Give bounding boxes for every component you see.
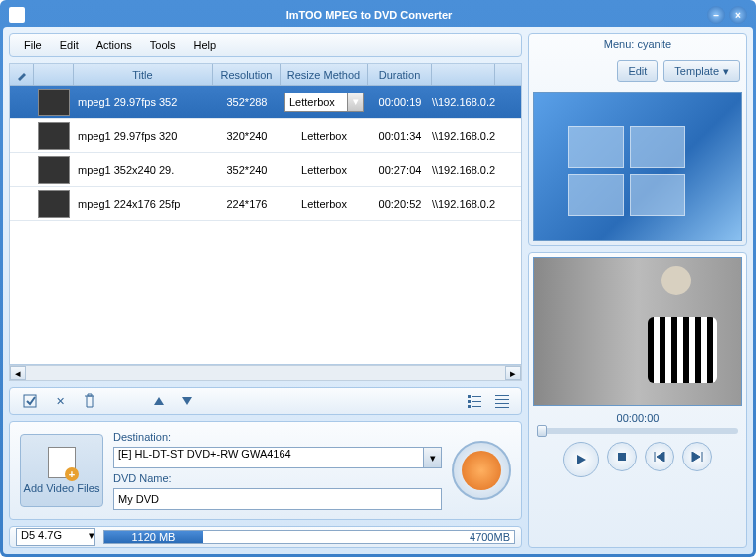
svg-rect-9: [495, 403, 509, 404]
app-title: ImTOO MPEG to DVD Converter: [31, 9, 707, 21]
add-files-label: Add Video Files: [24, 482, 100, 494]
file-grid: Title Resolution Resize Method Duration …: [9, 63, 522, 365]
col-check[interactable]: [10, 64, 34, 85]
row-resize: Letterbox: [281, 130, 368, 142]
menu-tile: [630, 174, 685, 216]
trash-icon[interactable]: [79, 389, 100, 413]
row-title: mpeg1 352x240 29.: [74, 164, 213, 176]
dvd-name-label: DVD Name:: [113, 472, 442, 484]
slider-thumb[interactable]: [537, 425, 547, 437]
row-resolution: 320*240: [213, 130, 281, 142]
app-icon: [9, 7, 25, 23]
svg-rect-3: [468, 400, 471, 403]
close-button[interactable]: ×: [729, 6, 747, 24]
prev-button[interactable]: [645, 442, 674, 471]
svg-rect-2: [472, 396, 481, 397]
row-resolution: 224*176: [213, 198, 281, 210]
video-thumb-icon: [38, 122, 70, 150]
menu-file[interactable]: File: [16, 35, 50, 55]
svg-rect-6: [472, 406, 481, 407]
next-button[interactable]: [682, 442, 712, 471]
video-thumb-icon: [38, 190, 70, 218]
seek-slider[interactable]: [529, 426, 746, 436]
video-frame-icon: [648, 317, 717, 383]
capacity-used: 1120 MB: [104, 531, 203, 543]
scrollbar-horizontal[interactable]: ◂ ▸: [9, 365, 522, 381]
minimize-button[interactable]: –: [707, 6, 725, 24]
dvd-name-field[interactable]: [114, 489, 441, 509]
row-resolution: 352*288: [213, 96, 281, 108]
svg-rect-11: [618, 453, 626, 461]
resize-dropdown[interactable]: Letterbox▾: [284, 93, 364, 112]
stop-button[interactable]: [607, 442, 637, 471]
row-title: mpeg1 29.97fps 320: [74, 130, 213, 142]
prev-icon: [654, 452, 665, 462]
table-row[interactable]: mpeg1 224x176 25fp224*176Letterbox00:20:…: [10, 187, 521, 221]
delete-icon[interactable]: ✕: [52, 391, 69, 412]
chevron-down-icon[interactable]: ▾: [423, 448, 441, 467]
burn-disc-icon: [462, 451, 501, 490]
next-icon: [691, 452, 703, 462]
svg-rect-7: [495, 395, 509, 396]
scroll-right-icon[interactable]: ▸: [505, 366, 521, 380]
menu-edit-button[interactable]: Edit: [617, 60, 658, 82]
play-button[interactable]: [563, 442, 599, 477]
chevron-down-icon[interactable]: ▾: [347, 93, 363, 111]
video-frame-icon: [662, 266, 691, 295]
new-item-icon[interactable]: [18, 389, 42, 413]
stop-icon: [617, 452, 627, 462]
svg-rect-1: [468, 395, 471, 398]
table-row[interactable]: mpeg1 352x240 29.352*240Letterbox00:27:0…: [10, 153, 521, 187]
table-row[interactable]: mpeg1 29.97fps 320320*240Letterbox00:01:…: [10, 119, 521, 153]
row-resolution: 352*240: [213, 164, 281, 176]
move-up-button[interactable]: [150, 393, 168, 409]
row-duration: 00:27:04: [368, 164, 432, 176]
menu-tile: [568, 126, 624, 168]
destination-panel: Add Video Files Destination: [E] HL-DT-S…: [9, 421, 522, 520]
video-preview[interactable]: [533, 257, 742, 406]
titlebar: ImTOO MPEG to DVD Converter – ×: [3, 3, 753, 27]
menu-template-button[interactable]: Template ▾: [663, 60, 740, 82]
menu-edit[interactable]: Edit: [52, 35, 87, 55]
row-resize: Letterbox▾: [281, 93, 368, 112]
menu-actions[interactable]: Actions: [89, 35, 140, 55]
col-resolution[interactable]: Resolution: [213, 64, 281, 85]
svg-rect-4: [472, 401, 481, 402]
player-panel: 00:00:00: [528, 252, 747, 548]
chevron-down-icon[interactable]: ▾: [89, 529, 94, 545]
col-resize[interactable]: Resize Method: [281, 64, 368, 85]
capacity-total: 4700MB: [470, 531, 510, 543]
row-path: \\192.168.0.2: [432, 164, 495, 176]
col-title[interactable]: Title: [74, 64, 213, 85]
add-video-files-button[interactable]: Add Video Files: [20, 434, 103, 507]
scroll-left-icon[interactable]: ◂: [10, 366, 26, 380]
file-plus-icon: [48, 447, 76, 478]
row-duration: 00:00:19: [368, 96, 432, 108]
col-path[interactable]: [432, 64, 495, 85]
destination-value: [E] HL-DT-ST DVD+-RW GWA4164: [114, 448, 423, 467]
menu-preview[interactable]: [533, 92, 742, 241]
dvd-name-input[interactable]: [113, 488, 442, 510]
menu-tools[interactable]: Tools: [142, 35, 184, 55]
menu-panel: Menu: cyanite Edit Template ▾: [528, 33, 747, 246]
move-down-button[interactable]: [178, 393, 196, 409]
row-path: \\192.168.0.2: [432, 198, 495, 210]
svg-rect-10: [495, 407, 509, 408]
row-path: \\192.168.0.2: [432, 96, 495, 108]
menu-help[interactable]: Help: [185, 35, 224, 55]
view-list-icon[interactable]: [464, 390, 485, 412]
destination-combo[interactable]: [E] HL-DT-ST DVD+-RW GWA4164 ▾: [113, 447, 442, 468]
view-detail-icon[interactable]: [491, 390, 513, 412]
disc-type-combo[interactable]: D5 4.7G ▾: [16, 528, 95, 546]
menu-tile: [630, 126, 685, 168]
video-thumb-icon: [38, 89, 70, 116]
row-resize: Letterbox: [281, 198, 368, 210]
table-row[interactable]: mpeg1 29.97fps 352352*288Letterbox▾00:00…: [10, 86, 521, 119]
svg-rect-8: [495, 399, 509, 400]
row-title: mpeg1 29.97fps 352: [74, 96, 213, 108]
col-duration[interactable]: Duration: [368, 64, 432, 85]
destination-label: Destination:: [113, 431, 442, 443]
svg-rect-5: [468, 405, 471, 408]
capacity-meter: 1120 MB 4700MB: [103, 530, 515, 544]
burn-button[interactable]: [452, 441, 511, 500]
